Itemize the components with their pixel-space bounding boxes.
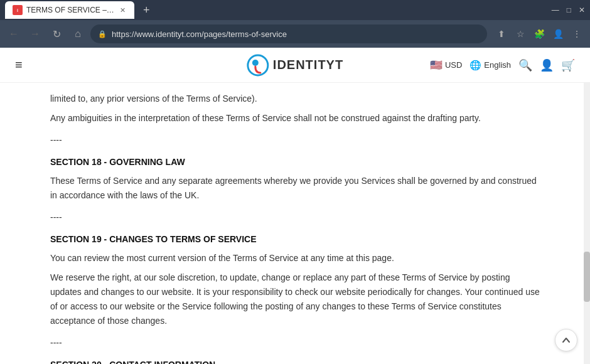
menu-button[interactable]: ⋮ [569, 26, 585, 42]
header-right: 🇺🇸 USD 🌐 English 🔍 👤 🛒 [430, 58, 575, 72]
top-continuation-text: limited to, any prior versions of the Te… [50, 92, 540, 106]
divider-3: ---- [50, 336, 540, 350]
back-button[interactable]: ← [5, 25, 23, 43]
divider-1: ---- [50, 133, 540, 147]
back-to-top-button[interactable] [555, 329, 577, 351]
title-bar: i TERMS OF SERVICE – Identityt ✕ + — □ ✕ [0, 0, 590, 20]
nav-bar: ← → ↻ ⌂ 🔒 https://www.identityt.com/page… [0, 20, 590, 48]
logo-text: IDENTITYT [273, 58, 343, 72]
lock-icon: 🔒 [98, 30, 107, 38]
extensions-button[interactable]: 🧩 [531, 26, 547, 42]
tab-favicon: i [13, 5, 23, 15]
content-area[interactable]: limited to, any prior versions of the Te… [0, 83, 590, 364]
site-header: ≡ IDENTITYT 🇺🇸 USD 🌐 English 🔍 👤 🛒 [0, 48, 590, 83]
section19-text1: You can review the most current version … [50, 251, 540, 265]
nav-actions: ⬆ ☆ 🧩 👤 ⋮ [493, 26, 585, 42]
refresh-button[interactable]: ↻ [48, 25, 65, 43]
profile-button[interactable]: 👤 [550, 26, 566, 42]
share-button[interactable]: ⬆ [493, 26, 510, 42]
close-button[interactable]: ✕ [579, 6, 585, 14]
scrollbar-thumb[interactable] [584, 252, 590, 302]
window-controls: — □ ✕ [552, 6, 585, 14]
scrollbar-track[interactable] [584, 83, 590, 364]
maximize-button[interactable]: □ [567, 6, 571, 14]
cart-button[interactable]: 🛒 [561, 58, 575, 72]
divider-2: ---- [50, 210, 540, 224]
language-label: English [484, 60, 511, 70]
currency-label: USD [445, 60, 462, 70]
search-button[interactable]: 🔍 [518, 58, 532, 72]
section20-title: SECTION 20 - CONTACT INFORMATION [50, 358, 540, 364]
hamburger-menu-button[interactable]: ≡ [15, 58, 23, 72]
address-bar[interactable]: 🔒 https://www.identityt.com/pages/terms-… [90, 24, 487, 43]
minimize-button[interactable]: — [552, 6, 559, 14]
browser-chrome: i TERMS OF SERVICE – Identityt ✕ + — □ ✕… [0, 0, 590, 48]
account-button[interactable]: 👤 [540, 58, 554, 72]
tab-close-button[interactable]: ✕ [118, 6, 127, 14]
logo-area: IDENTITYT [247, 54, 343, 77]
svg-text:i: i [17, 8, 18, 13]
section19-text2: We reserve the right, at our sole discre… [50, 270, 540, 328]
section18-title: SECTION 18 - GOVERNING LAW [50, 155, 540, 169]
flag-icon: 🇺🇸 [430, 59, 442, 71]
logo-icon [247, 54, 269, 77]
language-selector[interactable]: 🌐 English [469, 60, 511, 71]
tab-title: TERMS OF SERVICE – Identityt [26, 6, 114, 14]
home-button[interactable]: ⌂ [69, 25, 87, 43]
url-text: https://www.identityt.com/pages/terms-of… [112, 29, 480, 39]
bookmark-button[interactable]: ☆ [512, 26, 528, 42]
page-content: limited to, any prior versions of the Te… [0, 92, 590, 364]
forward-button[interactable]: → [26, 25, 44, 43]
currency-selector[interactable]: 🇺🇸 USD [430, 59, 462, 71]
ambiguities-text: Any ambiguities in the interpretation of… [50, 111, 540, 126]
browser-tab[interactable]: i TERMS OF SERVICE – Identityt ✕ [5, 1, 134, 19]
globe-icon: 🌐 [469, 60, 481, 71]
svg-point-3 [252, 60, 259, 66]
section18-text: These Terms of Service and any separate … [50, 174, 540, 203]
new-tab-button[interactable]: + [139, 3, 154, 18]
section19-title: SECTION 19 - CHANGES TO TERMS OF SERVICE [50, 232, 540, 246]
chevron-up-icon [562, 336, 571, 345]
